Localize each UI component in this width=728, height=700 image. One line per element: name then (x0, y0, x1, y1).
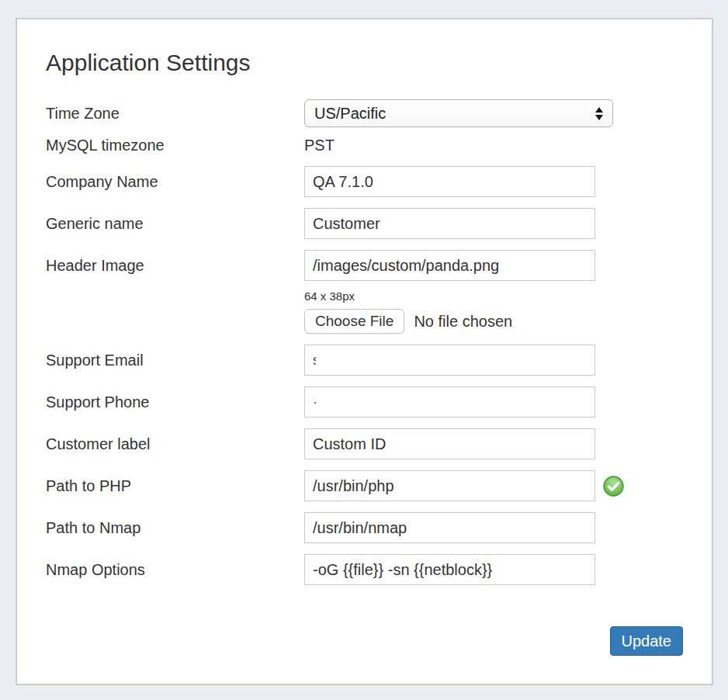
support-phone-value-fragment: · (313, 393, 316, 411)
application-settings-panel: Application Settings Time Zone US/Pacifi… (16, 18, 713, 685)
customer-label-label: Customer label (46, 428, 304, 459)
time-zone-label: Time Zone (46, 99, 304, 127)
support-phone-label: Support Phone (46, 386, 304, 418)
form-row-generic-name: Generic name (46, 208, 683, 239)
form-row-support-email: Support Email s (46, 345, 683, 376)
header-image-input[interactable] (304, 250, 595, 281)
select-stepper-arrows-icon (595, 107, 603, 120)
company-name-label: Company Name (46, 166, 304, 197)
company-name-input[interactable] (304, 166, 595, 197)
form-actions: Update (46, 626, 683, 656)
path-to-php-label: Path to PHP (46, 470, 304, 501)
customer-label-input[interactable] (304, 428, 595, 459)
choose-file-button[interactable]: Choose File (304, 309, 404, 334)
desktop-background: { "page": { "title": "Application Settin… (0, 0, 728, 700)
form-row-mysql-timezone: MySQL timezone PST (46, 135, 683, 155)
path-to-nmap-input[interactable] (304, 512, 595, 543)
header-image-file-upload: Choose File No file chosen (304, 309, 683, 334)
path-to-nmap-label: Path to Nmap (46, 512, 304, 543)
form-row-nmap-options: Nmap Options (46, 554, 683, 585)
time-zone-select-value: US/Pacific (314, 105, 386, 123)
support-phone-input[interactable]: · (304, 386, 595, 418)
mysql-timezone-value: PST (304, 135, 335, 155)
no-file-chosen-text: No file chosen (414, 313, 512, 331)
check-circle-green-icon (603, 476, 624, 497)
support-email-value-fragment: s (313, 352, 316, 369)
path-to-php-input[interactable] (304, 470, 595, 501)
mysql-timezone-label: MySQL timezone (46, 135, 304, 155)
generic-name-input[interactable] (304, 208, 595, 239)
form-row-time-zone: Time Zone US/Pacific (46, 99, 683, 127)
form-row-header-image: Header Image (46, 250, 683, 281)
support-email-input[interactable]: s (304, 345, 595, 376)
arrow-down-icon (595, 115, 603, 120)
form-row-path-to-nmap: Path to Nmap (46, 512, 683, 543)
form-row-customer-label: Customer label (46, 428, 683, 459)
form-row-company-name: Company Name (46, 166, 683, 197)
page-title: Application Settings (46, 50, 683, 76)
nmap-options-input[interactable] (304, 554, 595, 585)
arrow-up-icon (595, 107, 603, 113)
time-zone-select[interactable]: US/Pacific (304, 99, 613, 127)
form-row-path-to-php: Path to PHP (46, 470, 683, 501)
header-image-size-hint: 64 x 38px (304, 289, 683, 303)
support-email-label: Support Email (46, 345, 304, 376)
form-row-support-phone: Support Phone · (46, 386, 683, 418)
update-button[interactable]: Update (610, 626, 684, 656)
generic-name-label: Generic name (46, 208, 304, 239)
nmap-options-label: Nmap Options (46, 554, 304, 585)
header-image-label: Header Image (46, 250, 304, 281)
